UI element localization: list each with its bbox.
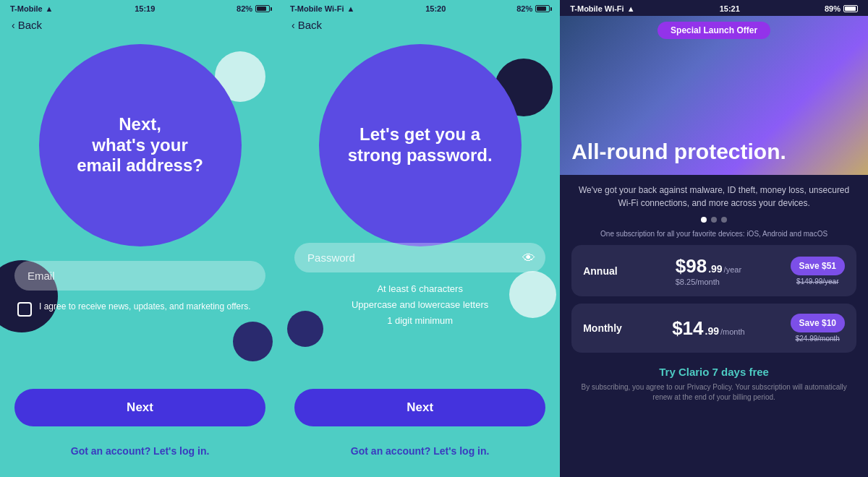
battery-icon-1 (255, 5, 270, 12)
annual-save-badge: Save $51 (791, 257, 845, 275)
pricing-content: We've got your back against malware, ID … (560, 175, 868, 477)
monthly-price-main: $14 (672, 317, 703, 340)
annual-label: Annual (583, 265, 626, 277)
annual-monthly-equiv: $8.25/month (676, 278, 720, 286)
email-headline: Next, what's your email address? (77, 114, 203, 176)
eye-icon[interactable]: 👁 (522, 250, 535, 265)
annual-save-wrapper: Save $51 $149.99/year (791, 257, 845, 285)
monthly-save-badge: Save $10 (791, 314, 845, 332)
annual-price-cents: .99 (708, 263, 722, 275)
back-chevron-2: ‹ (292, 20, 295, 31)
monthly-save-wrapper: Save $10 $24.99/month (791, 314, 845, 343)
carrier-1: T-Mobile (10, 4, 43, 13)
annual-pricing-card[interactable]: Annual $98 .99 /year $8.25/month Save $5… (571, 245, 856, 296)
next-button-2[interactable]: Next (294, 389, 545, 426)
special-offer-badge: Special Launch Offer (658, 22, 770, 39)
try-free-text[interactable]: Try Clario 7 days free (571, 366, 856, 378)
password-hints: At least 6 characters Uppercase and lowe… (294, 281, 545, 329)
wifi-icon-2: ▲ (347, 4, 355, 13)
monthly-price-period: /month (720, 327, 745, 336)
carrier-2: T-Mobile Wi-Fi (290, 4, 344, 13)
back-button-2[interactable]: ‹ Back (280, 16, 560, 37)
status-bar-1: T-Mobile ▲ 15:19 82% (0, 0, 280, 16)
hint-2: Uppercase and lowercase letters (294, 297, 545, 313)
password-headline-circle: Let's get you a strong password. (319, 44, 522, 246)
hero-background: Special Launch Offer All-round protectio… (560, 16, 868, 175)
wifi-icon-1: ▲ (46, 4, 54, 13)
login-link-1[interactable]: Got an account? Let's log in. (0, 445, 280, 457)
back-button-1[interactable]: ‹ Back (0, 16, 280, 37)
hint-1: At least 6 characters (294, 281, 545, 297)
login-link-2[interactable]: Got an account? Let's log in. (280, 445, 560, 457)
next-button-1[interactable]: Next (14, 389, 265, 426)
marketing-label: I agree to receive news, updates, and ma… (39, 301, 251, 313)
time-2: 15:20 (425, 4, 446, 13)
back-chevron-1: ‹ (12, 20, 15, 31)
dot-3 (721, 217, 727, 223)
dots-indicator (571, 217, 856, 223)
screen-email: T-Mobile ▲ 15:19 82% ‹ Back Next (0, 0, 280, 477)
status-bar-2: T-Mobile Wi-Fi ▲ 15:20 82% (280, 0, 560, 16)
carrier-3: T-Mobile Wi-Fi (570, 4, 624, 13)
screen-password: T-Mobile Wi-Fi ▲ 15:20 82% ‹ Back (280, 0, 560, 477)
battery-text-2: 82% (516, 4, 532, 13)
battery-icon-3 (843, 5, 858, 12)
email-input[interactable] (14, 261, 265, 291)
monthly-original-price: $24.99/month (796, 335, 840, 343)
password-input-area: 👁 At least 6 characters Uppercase and lo… (294, 243, 545, 329)
email-input-area: I agree to receive news, updates, and ma… (14, 261, 265, 317)
monthly-price: $14 .99 /month (672, 317, 745, 340)
main-headline-circle: Next, what's your email address? (39, 44, 242, 246)
battery-text-3: 89% (825, 4, 841, 13)
hero-area: Special Launch Offer All-round protectio… (560, 16, 868, 175)
legal-text: By subscribing, you agree to our Privacy… (571, 382, 856, 403)
time-3: 15:21 (720, 4, 740, 13)
dot-2 (711, 217, 717, 223)
marketing-checkbox[interactable] (17, 302, 32, 317)
battery-text-1: 82% (237, 4, 252, 13)
password-input-wrapper: 👁 (294, 243, 545, 272)
password-headline: Let's get you a strong password. (348, 124, 493, 166)
hint-3: 1 digit minimum (294, 313, 545, 329)
annual-price-main: $98 (676, 255, 707, 278)
back-label-1: Back (18, 19, 42, 31)
hero-title: All-round protection. (571, 139, 856, 163)
monthly-pricing-card[interactable]: Monthly $14 .99 /month Save $10 $24.99/m… (571, 304, 856, 353)
annual-price-period: /year (724, 265, 741, 274)
marketing-checkbox-row: I agree to receive news, updates, and ma… (14, 301, 265, 317)
protection-description: We've got your back against malware, ID … (571, 184, 856, 210)
subscription-note: One subscription for all your favorite d… (571, 230, 856, 238)
password-input[interactable] (294, 243, 545, 272)
annual-original-price: $149.99/year (796, 278, 838, 285)
email-screen-content: Next, what's your email address? I agree… (0, 37, 280, 477)
annual-price: $98 .99 /year $8.25/month (676, 255, 741, 286)
wifi-icon-3: ▲ (627, 4, 635, 13)
status-bar-3: T-Mobile Wi-Fi ▲ 15:21 89% (560, 0, 868, 16)
monthly-price-cents: .99 (705, 325, 719, 337)
monthly-label: Monthly (583, 322, 626, 334)
battery-icon-2 (535, 5, 550, 12)
password-screen-content: Let's get you a strong password. 👁 At le… (280, 37, 560, 477)
dot-1 (701, 217, 707, 223)
back-label-2: Back (298, 19, 322, 31)
time-1: 15:19 (135, 4, 155, 13)
screen-pricing: T-Mobile Wi-Fi ▲ 15:21 89% Special Launc… (560, 0, 868, 477)
